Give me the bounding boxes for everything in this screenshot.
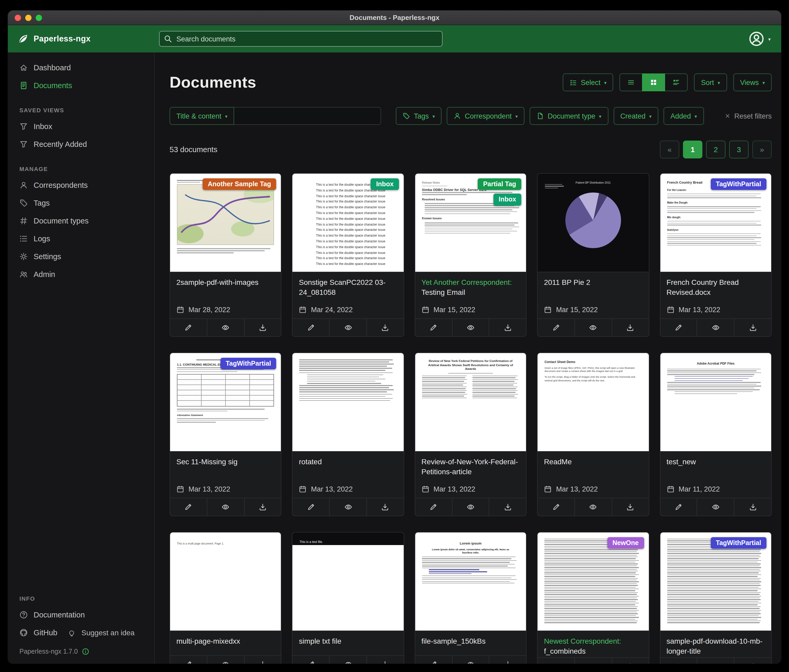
tag-pill[interactable]: Another Sample Tag — [203, 178, 276, 190]
document-card[interactable]: Contact Sheet DemoGiven a set of image f… — [537, 352, 649, 516]
document-thumbnail[interactable]: This is a multi page document. Page 1. — [170, 532, 281, 631]
grid-view-button[interactable] — [642, 73, 665, 91]
sidebar-item-recently-added[interactable]: Recently Added — [8, 135, 154, 153]
view-document-button[interactable] — [329, 319, 366, 336]
sort-button[interactable]: Sort ▾ — [694, 73, 727, 91]
document-card[interactable]: Release NotesSimba ODBC Driver for SQL S… — [415, 173, 527, 337]
view-document-button[interactable] — [697, 319, 734, 336]
document-thumbnail[interactable]: This is a test file. — [293, 532, 404, 631]
list-view-button[interactable] — [620, 73, 643, 91]
document-card[interactable]: NewOne Newest Correspondent: f_combineds — [537, 532, 649, 664]
document-title[interactable]: file-sample_150kBs — [415, 631, 526, 655]
view-document-button[interactable] — [574, 498, 612, 516]
page-1-button[interactable]: 1 — [683, 140, 703, 158]
correspondent-filter-button[interactable]: Correspondent ▾ — [447, 107, 525, 125]
document-card[interactable]: rotated Mar 13, 2022 — [292, 352, 404, 516]
download-document-button[interactable] — [612, 498, 649, 516]
document-title[interactable]: Yet Another Correspondent: Testing Email — [415, 272, 526, 298]
document-thumbnail[interactable]: Release NotesSimba ODBC Driver for SQL S… — [415, 174, 526, 272]
title-content-filter-button[interactable]: Title & content ▾ — [169, 107, 235, 125]
prev-page-button[interactable]: « — [660, 140, 679, 158]
app-brand[interactable]: Paperless-ngx — [8, 33, 159, 45]
edit-document-button[interactable] — [170, 319, 207, 336]
edit-document-button[interactable] — [660, 658, 697, 664]
minimize-button[interactable] — [25, 14, 32, 21]
document-title[interactable]: sample-pdf-download-10-mb-longer-title — [660, 631, 771, 657]
edit-document-button[interactable] — [415, 656, 452, 664]
download-document-button[interactable] — [366, 498, 404, 516]
document-title[interactable]: Sonstige ScanPC2022 03-24_081058 — [293, 272, 404, 298]
document-thumbnail[interactable]: Patient BP Distribution 2011 — [538, 174, 648, 272]
close-button[interactable] — [15, 14, 21, 21]
tag-pill[interactable]: NewOne — [607, 537, 644, 549]
sidebar-item-documents[interactable]: Documents — [8, 76, 154, 94]
sidebar-item-admin[interactable]: Admin — [8, 266, 154, 283]
download-document-button[interactable] — [244, 656, 281, 664]
document-thumbnail[interactable]: Adobe Acrobat PDF Files — [660, 353, 771, 452]
document-card[interactable]: TagWithPartial sample-pdf-download-10-mb… — [660, 532, 772, 664]
sidebar-item-logs[interactable]: Logs — [8, 230, 154, 248]
document-thumbnail[interactable]: Lorem ipsumLorem ipsum dolor sit amet, c… — [415, 532, 526, 631]
details-view-button[interactable] — [665, 73, 688, 91]
sidebar-item-inbox[interactable]: Inbox — [8, 118, 154, 135]
page-2-button[interactable]: 2 — [706, 140, 725, 158]
sidebar-item-settings[interactable]: Settings — [8, 248, 154, 266]
document-thumbnail[interactable]: 1.1. CONTINUING MEDICAL EDUCAAttestation… — [170, 353, 281, 452]
document-thumbnail[interactable]: NewOne — [538, 532, 648, 631]
document-title[interactable]: test_new — [660, 452, 771, 476]
tag-pill[interactable]: TagWithPartial — [220, 358, 276, 369]
zoom-button[interactable] — [36, 14, 42, 21]
next-page-button[interactable]: » — [752, 140, 772, 158]
view-document-button[interactable] — [452, 656, 489, 664]
select-button[interactable]: Select ▾ — [563, 73, 613, 91]
document-thumbnail[interactable]: Review of New York Federal Petitions for… — [415, 353, 526, 452]
document-title[interactable]: simple txt file — [293, 631, 404, 655]
view-document-button[interactable] — [574, 658, 612, 664]
sidebar-item-document-types[interactable]: Document types — [8, 212, 154, 230]
sidebar-item-documentation[interactable]: Documentation — [8, 606, 154, 624]
download-document-button[interactable] — [489, 319, 526, 336]
document-title[interactable]: ReadMe — [538, 452, 648, 476]
info-icon[interactable] — [82, 648, 89, 655]
edit-document-button[interactable] — [293, 498, 329, 516]
edit-document-button[interactable] — [170, 498, 207, 516]
view-document-button[interactable] — [329, 498, 366, 516]
document-thumbnail[interactable]: TagWithPartial — [660, 532, 771, 631]
document-title[interactable]: Review-of-New-York-Federal-Petitions-art… — [415, 452, 526, 478]
document-thumbnail[interactable] — [293, 353, 404, 452]
view-document-button[interactable] — [697, 498, 734, 516]
document-card[interactable]: Adobe Acrobat PDF Files test_new Mar 11,… — [660, 352, 772, 516]
download-document-button[interactable] — [366, 319, 404, 336]
tags-filter-button[interactable]: Tags ▾ — [396, 107, 442, 125]
edit-document-button[interactable] — [538, 498, 574, 516]
sidebar-item-github[interactable]: GitHub — [8, 624, 61, 642]
search-input[interactable] — [159, 31, 442, 47]
edit-document-button[interactable] — [293, 319, 329, 336]
document-title[interactable]: Newest Correspondent: f_combineds — [538, 631, 648, 657]
download-document-button[interactable] — [612, 658, 649, 664]
download-document-button[interactable] — [244, 498, 281, 516]
edit-document-button[interactable] — [660, 498, 697, 516]
filter-text-input[interactable] — [235, 107, 382, 125]
document-card[interactable]: Another Sample Tag 2sample-pdf-with-imag… — [169, 173, 282, 337]
edit-document-button[interactable] — [415, 498, 452, 516]
tag-pill[interactable]: Inbox — [494, 194, 522, 205]
document-card[interactable]: This is a test file. simple txt file — [292, 532, 404, 664]
edit-document-button[interactable] — [170, 656, 207, 664]
views-button[interactable]: Views ▾ — [733, 73, 772, 91]
document-title[interactable]: Sec 11-Missing sig — [170, 452, 281, 476]
document-card[interactable]: Lorem ipsumLorem ipsum dolor sit amet, c… — [415, 532, 527, 664]
view-document-button[interactable] — [697, 658, 734, 664]
document-thumbnail[interactable]: Contact Sheet DemoGiven a set of image f… — [538, 353, 648, 452]
sidebar-item-dashboard[interactable]: Dashboard — [8, 59, 154, 76]
edit-document-button[interactable] — [660, 319, 697, 336]
view-document-button[interactable] — [329, 656, 366, 664]
document-type-filter-button[interactable]: Document type ▾ — [530, 107, 608, 125]
tag-pill[interactable]: TagWithPartial — [711, 178, 767, 190]
download-document-button[interactable] — [734, 658, 771, 664]
tag-pill[interactable]: Partial Tag — [478, 178, 521, 190]
added-filter-button[interactable]: Added ▾ — [664, 107, 704, 125]
view-document-button[interactable] — [207, 498, 244, 516]
document-thumbnail[interactable]: This is a test for the double space char… — [293, 174, 404, 272]
user-avatar-icon[interactable] — [749, 31, 765, 47]
